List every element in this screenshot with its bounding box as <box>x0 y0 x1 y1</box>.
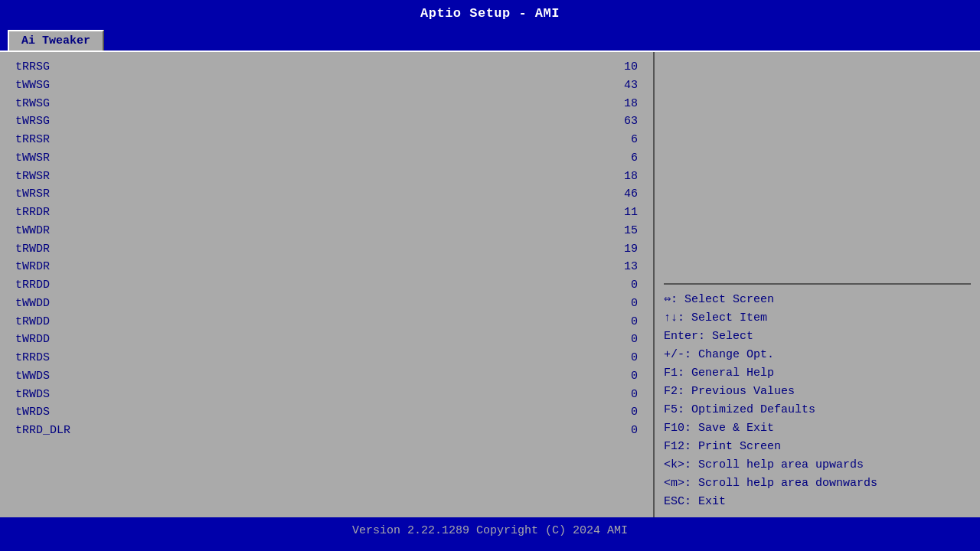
setting-value: 0 <box>607 350 638 367</box>
help-line: <k>: Scroll help area upwards <box>664 456 971 474</box>
setting-value: 63 <box>607 113 638 130</box>
setting-name: tRRSR <box>15 132 50 148</box>
tab-ai-tweaker[interactable]: Ai Tweaker <box>8 30 104 51</box>
help-line: Enter: Select <box>664 328 971 346</box>
setting-name: tRWDD <box>15 314 50 331</box>
setting-value: 15 <box>607 223 638 240</box>
setting-row: tRWSG18 <box>12 95 641 113</box>
setting-row: tRWDR19 <box>12 240 641 259</box>
setting-row: tRRDR11 <box>12 204 641 222</box>
setting-name: tWWDD <box>15 295 50 312</box>
setting-row: tRRDS0 <box>12 349 641 367</box>
setting-row: tRWDD0 <box>12 313 641 331</box>
setting-value: 6 <box>607 150 638 167</box>
setting-name: tRWSR <box>15 168 50 185</box>
help-line: <m>: Scroll help area downwards <box>664 474 971 493</box>
title-bar: Aptio Setup - AMI <box>0 0 980 27</box>
setting-name: tWWSG <box>15 77 50 94</box>
setting-row: tWWDS0 <box>12 367 641 386</box>
setting-value: 0 <box>607 295 638 312</box>
setting-name: tWWDS <box>15 368 50 385</box>
setting-row: tWRDD0 <box>12 331 641 349</box>
setting-name: tWRDD <box>15 331 50 348</box>
setting-name: tWRDS <box>15 404 50 421</box>
setting-row: tWRDS0 <box>12 403 641 422</box>
help-line: F2: Previous Values <box>664 383 971 401</box>
setting-value: 0 <box>607 386 638 403</box>
setting-value: 18 <box>607 96 638 112</box>
setting-name: tRRDR <box>15 204 50 221</box>
setting-name: tRWSG <box>15 96 50 112</box>
help-line: F10: Save & Exit <box>664 419 971 438</box>
setting-row: tRRSR6 <box>12 131 641 149</box>
right-panel: ⇔: Select Screen↑↓: Select ItemEnter: Se… <box>655 52 980 517</box>
setting-value: 0 <box>607 404 638 421</box>
setting-name: tRWDR <box>15 241 50 258</box>
footer: Version 2.22.1289 Copyright (C) 2024 AMI <box>0 517 980 545</box>
setting-name: tWRSR <box>15 186 50 203</box>
setting-row: tWRSR46 <box>12 185 641 204</box>
setting-row: tRRD_DLR0 <box>12 422 641 440</box>
setting-value: 0 <box>607 314 638 331</box>
help-line: F12: Print Screen <box>664 438 971 456</box>
help-line: +/-: Change Opt. <box>664 346 971 364</box>
footer-text: Version 2.22.1289 Copyright (C) 2024 AMI <box>352 524 628 537</box>
setting-value: 43 <box>607 77 638 94</box>
tab-bar: Ai Tweaker <box>0 27 980 51</box>
main-area: tRRSG10tWWSG43tRWSG18tWRSG63tRRSR6tWWSR6… <box>0 51 980 517</box>
help-line: F1: General Help <box>664 364 971 383</box>
setting-name: tRRSG <box>15 59 50 76</box>
setting-value: 10 <box>607 59 638 76</box>
setting-name: tWRSG <box>15 113 50 130</box>
setting-name: tRRDD <box>15 277 50 294</box>
setting-row: tWWDD0 <box>12 295 641 313</box>
help-lines-container: ⇔: Select Screen↑↓: Select ItemEnter: Se… <box>664 291 971 511</box>
app-title: Aptio Setup - AMI <box>420 6 560 21</box>
setting-name: tRRD_DLR <box>15 422 70 439</box>
setting-name: tWRDR <box>15 259 50 276</box>
setting-row: tWWDR15 <box>12 222 641 240</box>
setting-row: tWWSR6 <box>12 149 641 168</box>
setting-value: 6 <box>607 132 638 148</box>
setting-row: tRWSR18 <box>12 168 641 186</box>
help-line: ESC: Exit <box>664 493 971 511</box>
setting-row: tWRDR13 <box>12 258 641 276</box>
setting-value: 11 <box>607 204 638 221</box>
setting-row: tWWSG43 <box>12 77 641 95</box>
setting-row: tRRDD0 <box>12 276 641 295</box>
setting-value: 0 <box>607 368 638 385</box>
help-line: F5: Optimized Defaults <box>664 401 971 419</box>
setting-value: 18 <box>607 168 638 185</box>
setting-value: 0 <box>607 422 638 439</box>
setting-row: tRRSG10 <box>12 58 641 77</box>
setting-name: tRRDS <box>15 350 50 367</box>
help-line: ⇔: Select Screen <box>664 291 971 309</box>
setting-value: 46 <box>607 186 638 203</box>
setting-value: 0 <box>607 331 638 348</box>
setting-value: 13 <box>607 259 638 276</box>
left-panel: tRRSG10tWWSG43tRWSG18tWRSG63tRRSR6tWWSR6… <box>0 52 655 517</box>
setting-name: tWWDR <box>15 223 50 240</box>
setting-value: 19 <box>607 241 638 258</box>
help-spacer <box>664 58 971 283</box>
setting-name: tRWDS <box>15 386 50 403</box>
setting-value: 0 <box>607 277 638 294</box>
setting-name: tWWSR <box>15 150 50 167</box>
help-line: ↑↓: Select Item <box>664 309 971 328</box>
help-divider <box>664 283 971 285</box>
setting-row: tWRSG63 <box>12 112 641 131</box>
setting-row: tRWDS0 <box>12 386 641 404</box>
